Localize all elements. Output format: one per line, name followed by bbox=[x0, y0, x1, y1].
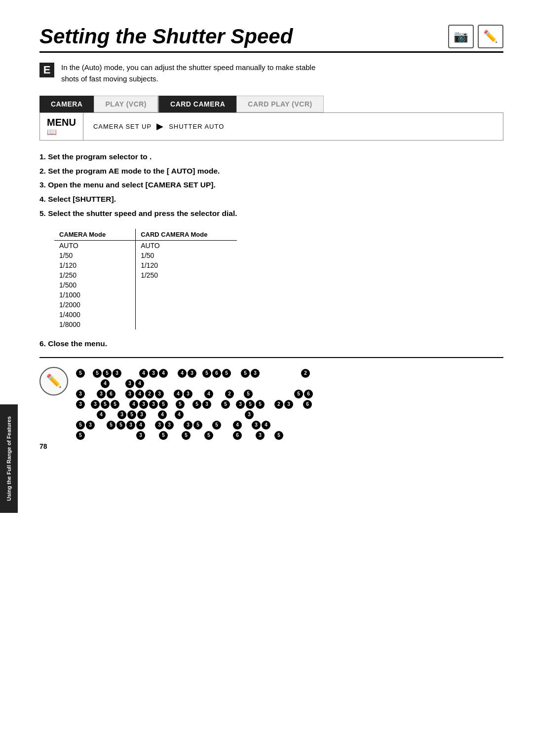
menu-label: MENU 📖 bbox=[40, 113, 83, 141]
note-row-5: 4 3 5 3 4 4 3 bbox=[76, 410, 503, 419]
col-card-camera-mode: CARD CAMERA Mode bbox=[136, 229, 237, 241]
intro-text: In the (Auto) mode, you can adjust the s… bbox=[61, 62, 315, 85]
camera-val-4: 1/500 bbox=[54, 280, 136, 290]
tab-camera[interactable]: CAMERA bbox=[39, 96, 94, 112]
table-row: 1/500 bbox=[54, 280, 237, 290]
col-camera-mode: CAMERA Mode bbox=[54, 229, 136, 241]
table-row: 1/8000 bbox=[54, 320, 237, 329]
step-2: 2. Set the program AE mode to the [ AUTO… bbox=[39, 166, 503, 177]
tab-card-play-vcr[interactable]: CARD PLAY (VCR) bbox=[236, 96, 323, 112]
camera-icon-box: 📷 bbox=[448, 25, 474, 48]
page-title: Setting the Shutter Speed bbox=[39, 25, 503, 48]
camera-val-2: 1/120 bbox=[54, 260, 136, 270]
camera-val-1: 1/50 bbox=[54, 251, 136, 260]
camera-val-7: 1/4000 bbox=[54, 310, 136, 320]
card-val-0: AUTO bbox=[136, 240, 237, 251]
card-val-1: 1/50 bbox=[136, 251, 237, 260]
title-divider bbox=[39, 51, 503, 53]
menu-row: MENU 📖 CAMERA SET UP ▶ SHUTTER AUTO bbox=[39, 112, 503, 141]
note-row-1: 5 5 5 3 4 3 4 4 3 5 6 5 5 3 2 bbox=[76, 369, 503, 378]
table-row: 1/2000 bbox=[54, 300, 237, 310]
note-content: 5 5 5 3 4 3 4 4 3 5 6 5 5 3 2 bbox=[76, 367, 503, 441]
camera-val-8: 1/8000 bbox=[54, 320, 136, 329]
table-row: 1/1000 bbox=[54, 290, 237, 300]
mode-tabs: CAMERA PLAY (VCR) CARD CAMERA CARD PLAY … bbox=[39, 96, 503, 112]
step-5: 5. Select the shutter speed and press th… bbox=[39, 208, 503, 219]
note-row-3: 3 3 6 3 4 2 3 4 3 4 2 5 5 6 bbox=[76, 390, 503, 398]
tab-play-vcr[interactable]: PLAY (VCR) bbox=[94, 96, 158, 112]
step-3: 3. Open the menu and select [CAMERA SET … bbox=[39, 180, 503, 190]
steps-section: 1. Set the program selector to . 2. Set … bbox=[39, 151, 503, 218]
card-val-2: 1/120 bbox=[136, 260, 237, 270]
note-icon: ✏️ bbox=[39, 367, 68, 396]
card-val-3: 1/250 bbox=[136, 270, 237, 280]
tab-card-camera[interactable]: CARD CAMERA bbox=[159, 96, 236, 112]
note-row-2: 4 3 4 bbox=[76, 379, 503, 388]
step-1: 1. Set the program selector to . bbox=[39, 151, 503, 162]
note-row-4: 3 3 5 5 4 3 3 5 5 5 3 5 3 5 5 bbox=[76, 400, 503, 409]
note-row-7: 5 3 5 5 5 6 3 5 bbox=[76, 431, 503, 440]
shutter-table: CAMERA Mode CARD CAMERA Mode AUTO AUTO 1… bbox=[54, 229, 237, 329]
table-row: 1/50 1/50 bbox=[54, 251, 237, 260]
table-row: 1/120 1/120 bbox=[54, 260, 237, 270]
camera-val-5: 1/1000 bbox=[54, 290, 136, 300]
step-4: 4. Select [SHUTTER]. bbox=[39, 194, 503, 205]
intro-section: E In the (Auto) mode, you can adjust the… bbox=[39, 62, 503, 85]
edit-icon-box: ✏️ bbox=[478, 25, 503, 48]
table-row: 1/4000 bbox=[54, 310, 237, 320]
menu-path: CAMERA SET UP ▶ SHUTTER AUTO bbox=[83, 117, 234, 136]
page-number: 78 bbox=[39, 442, 47, 450]
side-tab: Using the Full Range of Features bbox=[0, 404, 18, 513]
camera-val-0: AUTO bbox=[54, 240, 136, 251]
page-container: 📷 ✏️ Using the Full Range of Features Se… bbox=[0, 0, 533, 465]
bottom-divider bbox=[39, 357, 503, 358]
note-row-6: 5 3 5 5 3 4 3 3 3 5 5 4 3 4 bbox=[76, 421, 503, 430]
table-row: AUTO AUTO bbox=[54, 240, 237, 251]
top-icons: 📷 ✏️ bbox=[448, 25, 503, 48]
e-badge: E bbox=[39, 63, 54, 77]
table-row: 1/250 1/250 bbox=[54, 270, 237, 280]
note-box: ✏️ 5 5 5 3 4 3 4 4 3 5 6 5 5 3 bbox=[39, 363, 503, 445]
camera-val-6: 1/2000 bbox=[54, 300, 136, 310]
step-6: 6. Close the menu. bbox=[39, 339, 503, 348]
camera-val-3: 1/250 bbox=[54, 270, 136, 280]
